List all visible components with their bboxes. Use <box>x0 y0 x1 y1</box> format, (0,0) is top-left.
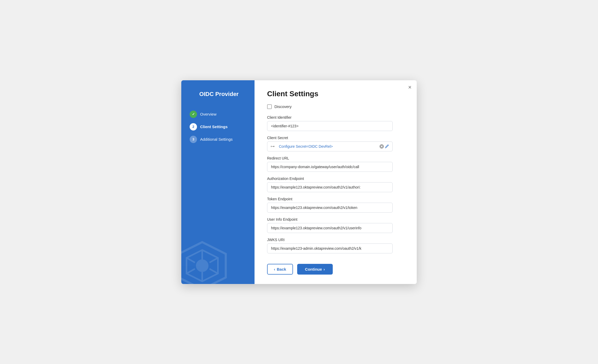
client-identifier-input[interactable] <box>267 121 393 131</box>
svg-line-10 <box>388 145 388 145</box>
edit-icon <box>385 144 390 149</box>
close-button[interactable]: × <box>408 84 411 90</box>
client-secret-group: Client Secret ⊶ Configure Secret<OIDC De… <box>267 136 404 151</box>
continue-button[interactable]: Continue › <box>297 264 333 275</box>
back-button[interactable]: ‹ Back <box>267 264 293 275</box>
sidebar-item-client-settings[interactable]: 2 Client Settings <box>190 121 248 133</box>
token-endpoint-group: Token Endpoint <box>267 197 404 213</box>
sidebar-label-client-settings: Client Settings <box>200 124 228 129</box>
svg-line-6 <box>187 258 195 263</box>
client-secret-field: ⊶ Configure Secret<OIDC DevRel> <box>267 141 393 151</box>
sidebar-item-overview[interactable]: ✓ Overview <box>190 108 248 121</box>
token-endpoint-input[interactable] <box>267 203 393 213</box>
forward-arrow-icon: › <box>324 267 325 271</box>
page-title: Client Settings <box>267 90 404 98</box>
discovery-checkbox[interactable] <box>267 104 272 109</box>
secret-actions <box>379 144 392 149</box>
sidebar: OIDC Provider ✓ Overview 2 Client Settin… <box>181 80 255 284</box>
userinfo-endpoint-group: User Info Endpoint <box>267 217 404 233</box>
discovery-label: Discovery <box>274 104 292 109</box>
back-arrow-icon: ‹ <box>274 267 275 271</box>
redirect-url-group: Redirect URL <box>267 156 404 172</box>
secret-clear-button[interactable] <box>379 144 384 149</box>
footer-actions: ‹ Back Continue › <box>267 262 404 275</box>
auth-endpoint-input[interactable] <box>267 182 393 192</box>
userinfo-endpoint-label: User Info Endpoint <box>267 217 404 221</box>
sidebar-label-overview: Overview <box>200 112 217 116</box>
svg-line-3 <box>210 269 218 274</box>
secret-edit-button[interactable] <box>385 144 390 149</box>
jwks-uri-input[interactable] <box>267 243 393 253</box>
continue-label: Continue <box>305 267 322 271</box>
auth-endpoint-group: Authorization Endpoint <box>267 177 404 192</box>
jwks-uri-label: JWKS URI <box>267 238 404 242</box>
auth-endpoint-label: Authorization Endpoint <box>267 177 404 181</box>
jwks-uri-group: JWKS URI <box>267 238 404 253</box>
redirect-url-label: Redirect URL <box>267 156 404 160</box>
client-secret-label: Client Secret <box>267 136 404 140</box>
modal-container: OIDC Provider ✓ Overview 2 Client Settin… <box>181 80 417 284</box>
sidebar-item-additional-settings[interactable]: 3 Additional Settings <box>190 133 248 146</box>
client-identifier-label: Client Identifier <box>267 115 404 120</box>
sidebar-label-additional-settings: Additional Settings <box>200 137 233 141</box>
redirect-url-input[interactable] <box>267 162 393 172</box>
clear-icon <box>379 144 384 149</box>
step-icon-additional-settings: 3 <box>190 136 197 143</box>
step-icon-overview: ✓ <box>190 111 197 118</box>
discovery-row: Discovery <box>267 104 404 109</box>
client-identifier-group: Client Identifier <box>267 115 404 131</box>
svg-line-5 <box>187 269 195 274</box>
step-icon-client-settings: 2 <box>190 123 197 130</box>
svg-point-0 <box>196 259 208 272</box>
main-content: × Client Settings Discovery Client Ident… <box>255 80 417 284</box>
sidebar-watermark <box>181 240 228 284</box>
secret-value-text[interactable]: Configure Secret<OIDC DevRel> <box>278 142 379 151</box>
sidebar-title: OIDC Provider <box>190 91 248 98</box>
userinfo-endpoint-input[interactable] <box>267 223 393 233</box>
token-endpoint-label: Token Endpoint <box>267 197 404 201</box>
sidebar-nav: ✓ Overview 2 Client Settings 3 Additiona… <box>190 108 248 146</box>
svg-line-2 <box>210 258 218 263</box>
back-label: Back <box>277 267 286 271</box>
key-icon: ⊶ <box>267 144 278 149</box>
